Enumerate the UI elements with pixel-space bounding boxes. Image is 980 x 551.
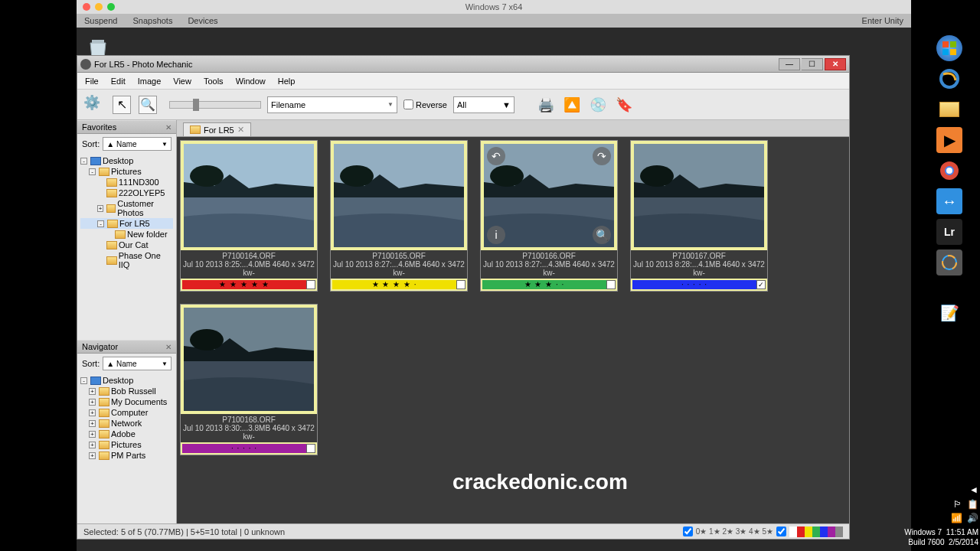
- maximize-button[interactable]: ☐: [802, 58, 823, 70]
- minimize-button[interactable]: —: [779, 58, 800, 70]
- tray-time[interactable]: 11:51 AM: [946, 528, 978, 536]
- thumbnail-image[interactable]: [184, 144, 314, 247]
- lightroom-icon[interactable]: Lr: [936, 219, 962, 245]
- tree-item[interactable]: 111ND300: [80, 177, 173, 187]
- app-icon: [80, 59, 91, 70]
- tree-item[interactable]: New folder: [80, 229, 173, 240]
- notify-icon[interactable]: 📋: [967, 499, 978, 511]
- rotate-left-icon[interactable]: ↶: [487, 147, 505, 165]
- photo-mechanic-icon[interactable]: [936, 249, 962, 276]
- chrome-icon[interactable]: [936, 158, 962, 184]
- tab-close-icon[interactable]: ✕: [237, 125, 244, 135]
- thumbnail[interactable]: P7100168.ORF Jul 10 2013 8:30:...3.8MB 4…: [180, 304, 318, 455]
- cursor-tool-button[interactable]: ↖: [113, 96, 131, 114]
- print-icon[interactable]: 🖨️: [536, 95, 556, 115]
- tree-item[interactable]: +Bob Russell: [80, 386, 173, 396]
- tray-date[interactable]: 2/5/2014: [949, 538, 978, 546]
- rotate-right-icon[interactable]: ↷: [593, 147, 611, 165]
- tree-item-selected[interactable]: -For LR5: [80, 218, 173, 229]
- favorites-sort-dropdown[interactable]: ▲ Name▼: [103, 137, 172, 151]
- ie-icon[interactable]: [936, 66, 962, 92]
- svg-rect-19: [950, 49, 956, 55]
- titlebar[interactable]: For LR5 - Photo Mechanic — ☐ ✕: [77, 56, 849, 73]
- tree-item[interactable]: +Customer Photos: [80, 198, 173, 218]
- tag-icon[interactable]: 🔖: [614, 95, 634, 115]
- thumbnail-image[interactable]: [334, 144, 464, 247]
- star-filter-checkbox[interactable]: [683, 527, 693, 536]
- mac-max-dot[interactable]: [107, 3, 115, 11]
- menu-file[interactable]: File: [85, 77, 99, 86]
- mac-menu-snapshots[interactable]: Snapshots: [132, 16, 172, 25]
- menu-window[interactable]: Window: [236, 77, 266, 86]
- menu-image[interactable]: Image: [138, 77, 162, 86]
- thumbnail-rating[interactable]: · · · · ·: [181, 442, 317, 455]
- notes-icon[interactable]: 📝: [936, 300, 962, 326]
- mac-titlebar: Windows 7 x64: [77, 0, 911, 14]
- thumbnail[interactable]: P7100167.ORF Jul 10 2013 8:28:...4.1MB 4…: [630, 140, 768, 292]
- explorer-icon[interactable]: [936, 96, 962, 122]
- mac-menu-unity[interactable]: Enter Unity: [862, 16, 903, 25]
- mac-menu-suspend[interactable]: Suspend: [84, 16, 117, 25]
- thumbnail[interactable]: ↶ ↷ i 🔍 P7100166.ORF Jul 10 2013 8:27:..…: [480, 140, 618, 292]
- gear-icon[interactable]: ⚙️: [83, 94, 105, 116]
- tree-item-desktop[interactable]: -Desktop: [80, 155, 173, 166]
- tag-checkbox[interactable]: [606, 280, 616, 289]
- thumbnail-rating[interactable]: ★ ★ ★ ★ ·: [331, 279, 467, 291]
- tree-item-desktop[interactable]: -Desktop: [80, 375, 173, 386]
- close-button[interactable]: ✕: [825, 58, 846, 70]
- zoom-icon[interactable]: 🔍: [593, 226, 611, 244]
- flag-icon[interactable]: 🏳: [953, 499, 962, 511]
- favorites-header: Favorites ✕: [77, 120, 176, 134]
- thumbnail[interactable]: P7100165.ORF Jul 10 2013 8:27:...4.6MB 4…: [330, 140, 468, 292]
- tag-checkbox[interactable]: [306, 280, 315, 289]
- tree-item[interactable]: +Adobe: [80, 429, 173, 439]
- navigator-sort-dropdown[interactable]: ▲ Name▼: [103, 357, 172, 370]
- color-filter-checkbox[interactable]: [776, 527, 786, 536]
- zoom-tool-button[interactable]: 🔍: [139, 96, 157, 114]
- menu-tools[interactable]: Tools: [204, 77, 224, 86]
- tray-arrow-icon[interactable]: ◄: [969, 484, 978, 497]
- volume-icon[interactable]: 🔊: [967, 513, 978, 525]
- menu-help[interactable]: Help: [278, 77, 296, 86]
- upload-icon[interactable]: 🔼: [562, 95, 582, 115]
- thumbnail-rating[interactable]: ★ ★ ★ ★ ★: [181, 279, 317, 291]
- network-icon[interactable]: 📶: [951, 513, 962, 525]
- menu-view[interactable]: View: [173, 77, 191, 86]
- tree-item[interactable]: Our Cat: [80, 240, 173, 250]
- thumbnail[interactable]: P7100164.ORF Jul 10 2013 8:25:...4.0MB 4…: [180, 140, 318, 292]
- sort-field-dropdown[interactable]: Filename▼: [267, 96, 397, 113]
- thumbnail-image[interactable]: ↶ ↷ i 🔍: [484, 144, 614, 247]
- tag-checkbox[interactable]: [456, 280, 466, 289]
- tab-folder[interactable]: For LR5 ✕: [183, 122, 251, 136]
- media-player-icon[interactable]: ▶: [936, 127, 962, 153]
- tag-checkbox[interactable]: [306, 444, 315, 453]
- tree-item-pictures[interactable]: -Pictures: [80, 166, 173, 177]
- panel-close-icon[interactable]: ✕: [165, 123, 172, 132]
- tree-item[interactable]: +Pictures: [80, 439, 173, 450]
- info-icon[interactable]: i: [487, 226, 505, 244]
- tree-item[interactable]: +Network: [80, 418, 173, 429]
- tree-item[interactable]: +PM Parts: [80, 450, 173, 461]
- color-swatches[interactable]: [789, 527, 843, 537]
- tag-checkbox[interactable]: [756, 280, 766, 289]
- mac-min-dot[interactable]: [95, 3, 103, 11]
- thumbnail-rating[interactable]: ★ ★ ★ · ·: [481, 279, 617, 291]
- mac-close-dot[interactable]: [83, 3, 90, 11]
- thumbnail-image[interactable]: [634, 144, 764, 247]
- mac-menu-devices[interactable]: Devices: [188, 16, 217, 25]
- tree-item[interactable]: +Computer: [80, 407, 173, 418]
- thumbnail-image[interactable]: [184, 308, 314, 411]
- burn-icon[interactable]: 💿: [588, 95, 608, 115]
- tree-item[interactable]: +My Documents: [80, 396, 173, 407]
- teamviewer-icon[interactable]: ↔: [936, 188, 962, 214]
- panel-close-icon[interactable]: ✕: [165, 343, 172, 351]
- thumbnail-rating[interactable]: · · · · ·: [631, 279, 767, 291]
- tree-item[interactable]: Phase One IIQ: [80, 250, 173, 270]
- start-orb-icon[interactable]: [936, 35, 962, 61]
- menu-edit[interactable]: Edit: [111, 77, 126, 86]
- tree-item[interactable]: 222OLYEP5: [80, 187, 173, 198]
- thumb-size-slider[interactable]: [169, 101, 261, 109]
- reverse-checkbox[interactable]: Reverse: [403, 99, 447, 109]
- star-filter-labels[interactable]: 0★ 1★ 2★ 3★ 4★ 5★: [696, 527, 773, 536]
- filter-dropdown[interactable]: All▼: [453, 96, 514, 113]
